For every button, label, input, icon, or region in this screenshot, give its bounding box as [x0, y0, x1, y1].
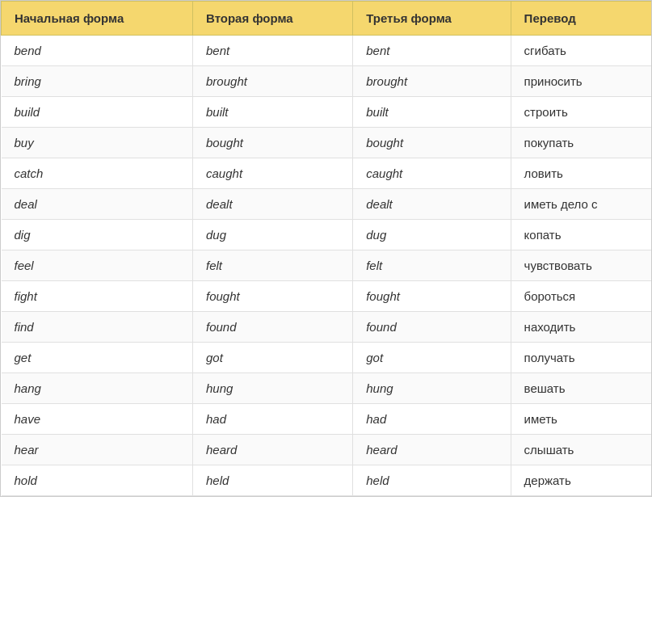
table-row: buyboughtboughtпокупать — [2, 128, 652, 158]
table-body: bendbentbentсгибатьbringbroughtbroughtпр… — [2, 36, 652, 496]
cell-translation: приносить — [511, 66, 651, 97]
cell-translation: получать — [511, 343, 651, 373]
cell-translation: бороться — [511, 281, 651, 312]
cell-form2: fought — [193, 281, 353, 312]
cell-form1: hang — [2, 373, 193, 404]
cell-form1: dig — [2, 220, 193, 250]
cell-form2: dealt — [193, 189, 353, 220]
main-container: Начальная форма Вторая форма Третья форм… — [0, 0, 652, 497]
table-row: buildbuiltbuiltстроить — [2, 97, 652, 128]
irregular-verbs-table: Начальная форма Вторая форма Третья форм… — [1, 1, 651, 496]
table-row: fightfoughtfoughtбороться — [2, 281, 652, 312]
cell-form2: got — [193, 343, 353, 373]
cell-translation: сгибать — [511, 36, 651, 66]
cell-form1: hear — [2, 435, 193, 465]
cell-form1: have — [2, 404, 193, 435]
header-col4: Перевод — [511, 2, 651, 36]
cell-translation: ловить — [511, 158, 651, 189]
cell-form2: heard — [193, 435, 353, 465]
cell-form3: dealt — [353, 189, 511, 220]
table-row: digdugdugкопать — [2, 220, 652, 250]
cell-form3: fought — [353, 281, 511, 312]
cell-form1: feel — [2, 250, 193, 281]
cell-form2: dug — [193, 220, 353, 250]
cell-form3: caught — [353, 158, 511, 189]
cell-form1: deal — [2, 189, 193, 220]
cell-form1: get — [2, 343, 193, 373]
header-col2: Вторая форма — [193, 2, 353, 36]
cell-form1: fight — [2, 281, 193, 312]
table-row: hearheardheardслышать — [2, 435, 652, 465]
cell-form1: bend — [2, 36, 193, 66]
table-header-row: Начальная форма Вторая форма Третья форм… — [2, 2, 652, 36]
cell-form3: had — [353, 404, 511, 435]
cell-form2: felt — [193, 250, 353, 281]
cell-translation: покупать — [511, 128, 651, 158]
cell-translation: держать — [511, 465, 651, 496]
cell-form1: hold — [2, 465, 193, 496]
table-row: hanghunghungвешать — [2, 373, 652, 404]
cell-form3: hung — [353, 373, 511, 404]
cell-translation: иметь дело с — [511, 189, 651, 220]
cell-translation: вешать — [511, 373, 651, 404]
table-row: bendbentbentсгибать — [2, 36, 652, 66]
cell-form1: find — [2, 312, 193, 343]
table-row: holdheldheldдержать — [2, 465, 652, 496]
cell-form1: catch — [2, 158, 193, 189]
cell-form2: hung — [193, 373, 353, 404]
cell-form3: felt — [353, 250, 511, 281]
cell-form3: found — [353, 312, 511, 343]
cell-form3: built — [353, 97, 511, 128]
cell-form2: caught — [193, 158, 353, 189]
cell-form3: got — [353, 343, 511, 373]
table-row: catchcaughtcaughtловить — [2, 158, 652, 189]
cell-form3: brought — [353, 66, 511, 97]
cell-form2: had — [193, 404, 353, 435]
cell-form3: bought — [353, 128, 511, 158]
cell-translation: слышать — [511, 435, 651, 465]
table-row: feelfeltfeltчувствовать — [2, 250, 652, 281]
cell-form2: bought — [193, 128, 353, 158]
cell-form2: bent — [193, 36, 353, 66]
table-row: getgotgotполучать — [2, 343, 652, 373]
cell-translation: чувствовать — [511, 250, 651, 281]
cell-form1: build — [2, 97, 193, 128]
cell-translation: копать — [511, 220, 651, 250]
cell-form2: brought — [193, 66, 353, 97]
cell-form1: buy — [2, 128, 193, 158]
cell-form2: built — [193, 97, 353, 128]
cell-form3: heard — [353, 435, 511, 465]
table-row: bringbroughtbroughtприносить — [2, 66, 652, 97]
cell-form2: held — [193, 465, 353, 496]
cell-translation: находить — [511, 312, 651, 343]
cell-translation: строить — [511, 97, 651, 128]
table-row: dealdealtdealtиметь дело с — [2, 189, 652, 220]
cell-form3: bent — [353, 36, 511, 66]
table-row: findfoundfoundнаходить — [2, 312, 652, 343]
cell-form1: bring — [2, 66, 193, 97]
cell-form3: dug — [353, 220, 511, 250]
cell-form3: held — [353, 465, 511, 496]
table-row: havehadhadиметь — [2, 404, 652, 435]
cell-translation: иметь — [511, 404, 651, 435]
cell-form2: found — [193, 312, 353, 343]
header-col1: Начальная форма — [2, 2, 193, 36]
header-col3: Третья форма — [353, 2, 511, 36]
